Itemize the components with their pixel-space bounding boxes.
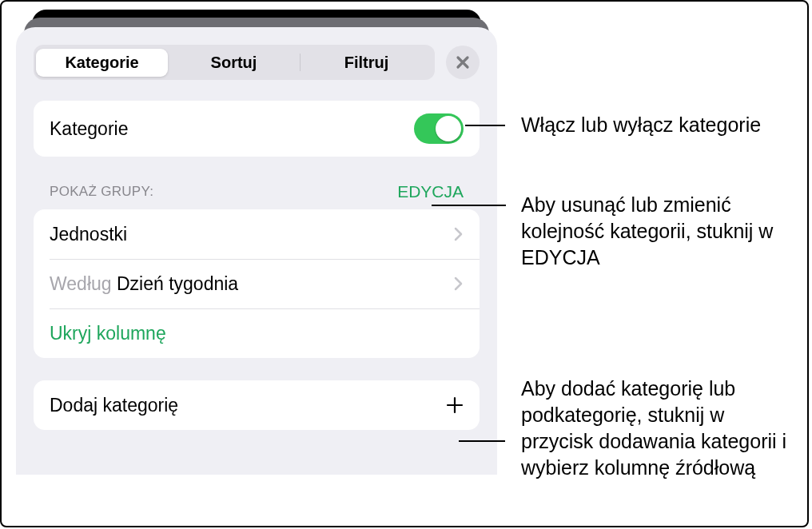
hide-column-button[interactable]: Ukryj kolumnę	[34, 308, 480, 358]
close-button[interactable]	[446, 46, 480, 79]
close-icon	[456, 55, 470, 70]
group-item-prefix: Według	[50, 273, 117, 294]
panel-header: Kategorie Sortuj Filtruj	[34, 45, 480, 80]
organise-panel: Kategorie Sortuj Filtruj Kategorie	[16, 27, 497, 475]
categories-toggle-card: Kategorie	[34, 101, 480, 157]
tab-sort[interactable]: Sortuj	[168, 49, 300, 77]
callout-add: Aby dodać kategorię lub podkategorię, st…	[521, 376, 793, 481]
group-item-dzien-tygodnia[interactable]: Według Dzień tygodnia	[34, 259, 480, 308]
sheet-panel: Kategorie Sortuj Filtruj Kategorie	[16, 10, 497, 475]
callouts-layer: Włącz lub wyłącz kategorie Aby usunąć lu…	[497, 2, 796, 526]
hide-column-label: Ukryj kolumnę	[50, 323, 464, 344]
callout-line	[465, 125, 505, 126]
callout-toggle: Włącz lub wyłącz kategorie	[521, 112, 761, 138]
toggle-knob	[436, 116, 461, 141]
groups-header-label: POKAŻ GRUPY:	[50, 184, 153, 200]
callout-line	[459, 440, 505, 442]
add-category-button[interactable]: Dodaj kategorię	[34, 380, 480, 430]
group-item-label: Według Dzień tygodnia	[50, 273, 454, 295]
app-window: Kategorie Sortuj Filtruj Kategorie	[0, 0, 809, 527]
callout-line	[432, 205, 506, 206]
categories-toggle-row: Kategorie	[34, 101, 480, 157]
edit-button[interactable]: EDYCJA	[397, 182, 464, 201]
categories-toggle-label: Kategorie	[50, 118, 414, 140]
segmented-control: Kategorie Sortuj Filtruj	[34, 45, 435, 80]
chevron-right-icon	[454, 276, 464, 291]
group-item-label: Jednostki	[50, 224, 454, 245]
groups-section-header: POKAŻ GRUPY: EDYCJA	[34, 182, 480, 206]
plus-icon	[446, 396, 464, 414]
add-category-label: Dodaj kategorię	[50, 395, 446, 416]
tab-categories[interactable]: Kategorie	[36, 49, 168, 77]
groups-list: Jednostki Według Dzień tygodnia Ukryj ko…	[34, 209, 480, 358]
add-category-card: Dodaj kategorię	[34, 380, 480, 430]
chevron-right-icon	[454, 227, 464, 241]
tab-filter[interactable]: Filtruj	[301, 49, 432, 77]
group-item-jednostki[interactable]: Jednostki	[34, 209, 480, 259]
categories-toggle[interactable]	[414, 113, 464, 144]
callout-edit: Aby usunąć lub zmienić kolejność kategor…	[521, 192, 793, 271]
